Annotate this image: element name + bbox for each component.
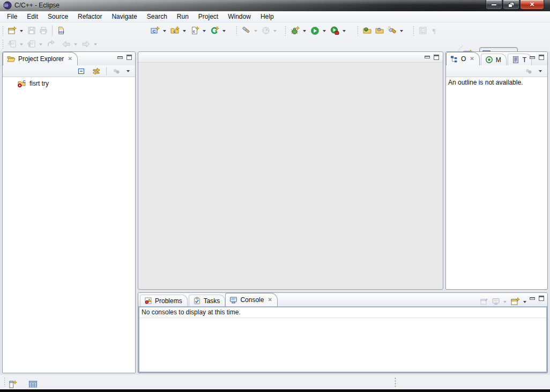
new-c-project-dropdown[interactable] (163, 30, 166, 34)
debug-button[interactable] (289, 24, 301, 37)
debug-dropdown[interactable] (303, 30, 306, 34)
run-button[interactable] (309, 24, 321, 37)
view-menu-button[interactable] (110, 65, 122, 78)
display-console-icon (492, 297, 500, 306)
toggle-show-whitespace-button[interactable]: ¶ (429, 24, 441, 37)
toolbar-drag-handle[interactable] (2, 39, 4, 49)
next-annotation-button[interactable] (6, 37, 18, 50)
run-external-tools-button[interactable] (329, 24, 341, 37)
toolbar-drag-handle[interactable] (236, 26, 237, 35)
minimize-icon (491, 4, 497, 6)
toolbar-drag-handle[interactable] (285, 26, 286, 35)
toolbar-drag-handle[interactable] (413, 26, 414, 35)
open-console-dropdown[interactable] (523, 301, 526, 305)
display-console-dropdown[interactable] (503, 301, 507, 305)
link-with-editor-button[interactable] (90, 65, 102, 78)
table-view-button[interactable] (27, 378, 39, 390)
fast-view-button[interactable] (7, 378, 19, 390)
maximize-view-button[interactable] (127, 55, 132, 60)
new-wizard-button[interactable] (6, 24, 18, 37)
next-annotation-dropdown[interactable] (20, 43, 23, 47)
task-list-icon (512, 56, 520, 64)
forward-button[interactable] (80, 37, 92, 50)
profile-dropdown[interactable] (273, 30, 277, 34)
menu-refactor[interactable]: Refactor (73, 12, 107, 21)
tab-outline[interactable]: O ✕ (446, 52, 480, 65)
statusbar-drag-handle[interactable] (4, 377, 5, 387)
minimize-view-button[interactable] (530, 297, 535, 300)
project-explorer-toolbar (3, 65, 135, 77)
restore-button[interactable] (503, 0, 519, 10)
previous-annotation-dropdown[interactable] (39, 43, 42, 47)
tab-close-icon[interactable]: ✕ (470, 56, 474, 62)
menu-help[interactable]: Help (256, 12, 279, 21)
menu-navigate[interactable]: Navigate (107, 12, 142, 21)
tab-console[interactable]: Console ✕ (225, 293, 277, 306)
tab-close-icon[interactable]: ✕ (68, 56, 72, 62)
tab-task-list[interactable]: T (508, 54, 532, 65)
menu-window[interactable]: Window (223, 12, 256, 21)
minimize-editor-button[interactable] (425, 56, 430, 58)
save-button[interactable] (26, 24, 38, 37)
menu-search[interactable]: Search (142, 12, 172, 21)
tab-problems[interactable]: Problems (140, 295, 188, 306)
minimize-view-button[interactable] (117, 56, 123, 59)
window-controls: ✕ (485, 0, 544, 10)
print-button[interactable] (38, 24, 49, 37)
tree-item-c-project[interactable]: C fisrt try (3, 77, 135, 89)
back-button[interactable] (60, 37, 72, 50)
view-menu-dropdown[interactable] (539, 70, 542, 74)
forward-dropdown[interactable] (94, 43, 97, 47)
view-menu-dropdown[interactable] (127, 70, 130, 74)
open-type-button[interactable] (361, 24, 374, 37)
tab-close-icon[interactable]: ✕ (267, 297, 272, 303)
new-cpp-class-dropdown[interactable] (183, 30, 186, 34)
toolbar-drag-handle[interactable] (357, 26, 359, 35)
menu-run[interactable]: Run (172, 12, 194, 21)
last-edit-location-button[interactable] (45, 37, 57, 50)
new-c-source-file-button[interactable]: c (189, 24, 201, 37)
build-button[interactable] (240, 24, 252, 37)
open-resource-button[interactable] (374, 24, 386, 37)
run-dropdown[interactable] (323, 30, 326, 34)
search-dropdown[interactable] (400, 30, 403, 34)
previous-annotation-button[interactable] (26, 37, 38, 50)
build-dropdown[interactable] (254, 30, 257, 34)
view-menu-button[interactable] (523, 65, 534, 78)
new-cpp-class-button[interactable]: c (169, 24, 181, 37)
next-annotation-icon (8, 40, 17, 48)
minimize-view-button[interactable] (530, 56, 535, 59)
back-dropdown[interactable] (74, 43, 77, 47)
menu-source[interactable]: Source (43, 12, 73, 21)
new-make-target-dropdown[interactable] (222, 30, 226, 34)
project-explorer-tree: C fisrt try (3, 77, 135, 89)
close-button[interactable]: ✕ (520, 0, 544, 10)
maximize-editor-button[interactable] (434, 55, 439, 60)
title-bar[interactable]: C/C++ - Eclipse ✕ (0, 0, 550, 11)
maximize-view-button[interactable] (539, 296, 544, 301)
run-external-tools-dropdown[interactable] (343, 30, 346, 34)
collapse-all-button[interactable] (76, 65, 87, 78)
statusbar-separator-handle[interactable] (395, 377, 396, 387)
new-c-project-icon: C (151, 26, 160, 35)
new-wizard-dropdown[interactable] (20, 30, 23, 34)
tab-tasks[interactable]: Tasks (189, 295, 226, 306)
menu-project[interactable]: Project (194, 12, 223, 21)
toggle-mark-occurrences-button[interactable] (417, 24, 429, 37)
editor-area[interactable] (138, 51, 443, 290)
menu-edit[interactable]: Edit (22, 12, 43, 21)
c-project-error-icon: C (18, 79, 27, 88)
new-c-project-button[interactable]: C (149, 24, 161, 37)
search-button[interactable] (386, 24, 398, 37)
profile-button[interactable] (260, 24, 272, 37)
new-make-target-button[interactable] (209, 24, 221, 37)
main-toolbar: 010 C c (0, 22, 550, 51)
menu-file[interactable]: File (2, 12, 22, 21)
maximize-view-button[interactable] (539, 55, 544, 60)
tab-make-target[interactable]: M (481, 54, 507, 65)
minimize-button[interactable] (486, 0, 502, 10)
new-binary-file-button[interactable]: 010 (55, 24, 67, 37)
tab-project-explorer[interactable]: Project Explorer ✕ (3, 52, 78, 65)
new-c-source-file-dropdown[interactable] (203, 30, 206, 34)
toolbar-drag-handle[interactable] (2, 26, 4, 35)
